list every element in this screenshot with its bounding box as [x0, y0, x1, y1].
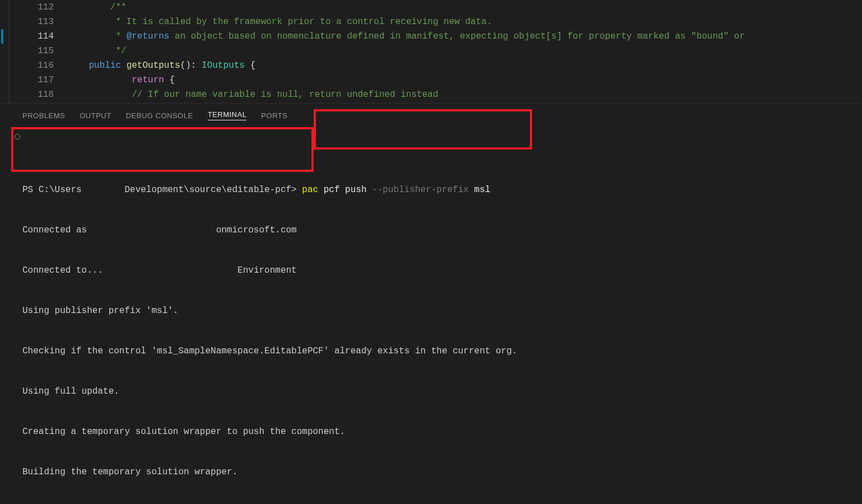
code-content: /**: [67, 0, 127, 15]
terminal-line: Creating a temporary solution wrapper to…: [22, 425, 862, 438]
code-line[interactable]: 117 return {: [0, 73, 862, 87]
terminal[interactable]: PS C:\Users Development\source\editable-…: [0, 126, 862, 504]
terminal-line: Checking if the control 'msl_SampleNames…: [22, 344, 862, 358]
terminal-line: PS C:\Users Development\source\editable-…: [22, 183, 862, 197]
line-number: 112: [0, 0, 67, 15]
code-content: */: [67, 44, 127, 58]
line-number: 115: [0, 44, 67, 58]
code-line[interactable]: 112 /**: [0, 0, 862, 15]
editor-ruler: [0, 0, 10, 103]
annotation-box: [11, 127, 314, 172]
code-content: // If our name variable is null, return …: [67, 87, 439, 102]
code-editor[interactable]: 112 /** 113 * It is called by the framew…: [0, 0, 862, 103]
line-number: 114: [0, 29, 67, 44]
code-line[interactable]: 115 */: [0, 44, 862, 58]
terminal-line: Using full update.: [22, 385, 862, 398]
code-content: public getOutputs(): IOutputs {: [67, 58, 255, 73]
code-content: * It is called by the framework prior to…: [67, 15, 492, 29]
terminal-margin-circle-icon: [15, 134, 20, 139]
tab-debug[interactable]: DEBUG CONSOLE: [126, 111, 193, 120]
terminal-line: Building the temporary solution wrapper.: [22, 465, 862, 479]
code-line[interactable]: 118 // If our name variable is null, ret…: [0, 87, 862, 102]
tab-ports[interactable]: PORTS: [261, 111, 287, 120]
panel-tabs: PROBLEMS OUTPUT DEBUG CONSOLE TERMINAL P…: [0, 103, 862, 126]
line-number: 118: [0, 87, 67, 102]
code-line[interactable]: 113 * It is called by the framework prio…: [0, 15, 862, 29]
tab-terminal[interactable]: TERMINAL: [208, 110, 247, 120]
terminal-line: Connected as onmicrosoft.com: [22, 223, 862, 237]
line-number: 117: [0, 73, 67, 87]
terminal-line: Using publisher prefix 'msl'.: [22, 304, 862, 318]
tab-output[interactable]: OUTPUT: [80, 111, 111, 120]
terminal-line: Connected to... Environment: [22, 264, 862, 277]
line-number: 116: [0, 58, 67, 73]
code-content: return {: [67, 73, 175, 87]
code-line[interactable]: 116 public getOutputs(): IOutputs {: [0, 58, 862, 73]
line-number: 113: [0, 15, 67, 29]
modification-bar: [1, 29, 3, 44]
tab-problems[interactable]: PROBLEMS: [22, 111, 65, 120]
code-line[interactable]: 114 * @returns an object based on nomenc…: [0, 29, 862, 44]
code-content: * @returns an object based on nomenclatu…: [67, 29, 750, 44]
